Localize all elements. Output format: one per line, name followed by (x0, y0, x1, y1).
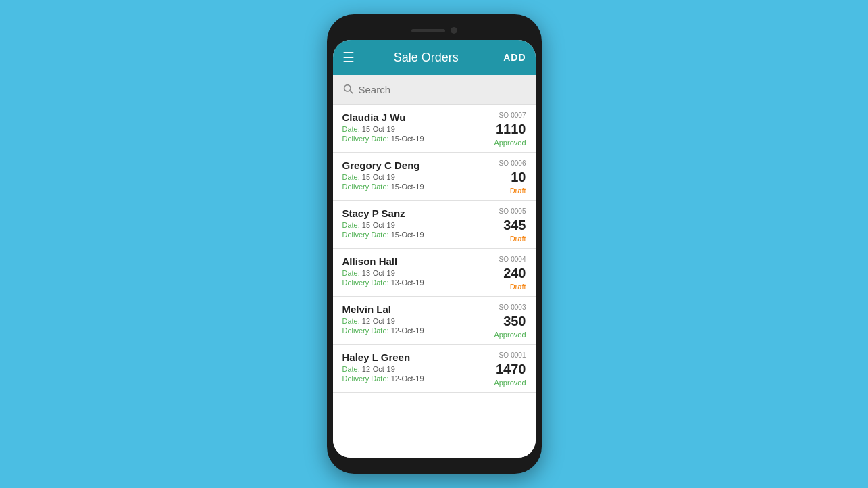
order-amount: 10 (511, 170, 526, 185)
order-left: Stacy P Sanz Date: 15-Oct-19 Delivery Da… (342, 208, 479, 239)
date-value: 13-Oct-19 (362, 269, 395, 277)
speaker (411, 29, 445, 32)
delivery-label: Delivery Date: (342, 135, 389, 143)
header-title: Sale Orders (349, 51, 504, 65)
order-right: SO-0001 1470 Approved (479, 351, 526, 387)
order-right: SO-0006 10 Draft (479, 160, 526, 195)
order-item[interactable]: Claudia J Wu Date: 15-Oct-19 Delivery Da… (333, 105, 536, 153)
svg-line-1 (350, 91, 353, 93)
order-date-row: Date: 15-Oct-19 (342, 173, 479, 181)
order-right: SO-0005 345 Draft (479, 208, 526, 243)
date-label: Date: (342, 317, 360, 325)
order-date-row: Date: 12-Oct-19 (342, 317, 479, 325)
order-item[interactable]: Haley L Green Date: 12-Oct-19 Delivery D… (333, 345, 536, 393)
order-delivery-row: Delivery Date: 15-Oct-19 (342, 230, 479, 239)
delivery-label: Delivery Date: (342, 374, 389, 383)
delivery-value: 12-Oct-19 (391, 374, 424, 383)
order-amount: 1470 (496, 362, 526, 377)
delivery-label: Delivery Date: (342, 182, 389, 191)
date-value: 15-Oct-19 (362, 221, 395, 229)
delivery-value: 12-Oct-19 (391, 326, 424, 335)
order-amount: 345 (503, 218, 526, 233)
order-delivery-row: Delivery Date: 13-Oct-19 (342, 278, 479, 287)
order-date-row: Date: 15-Oct-19 (342, 125, 479, 133)
order-amount: 240 (503, 266, 526, 281)
app-header: ☰ Sale Orders ADD (333, 40, 536, 75)
order-status: Draft (510, 283, 526, 291)
date-label: Date: (342, 269, 360, 277)
date-label: Date: (342, 173, 360, 181)
order-id: SO-0005 (499, 208, 526, 215)
order-status: Approved (494, 139, 526, 147)
delivery-value: 15-Oct-19 (391, 182, 424, 191)
order-status: Approved (494, 331, 526, 339)
order-name: Gregory C Deng (342, 160, 479, 171)
search-input[interactable] (359, 84, 526, 95)
delivery-label: Delivery Date: (342, 326, 389, 335)
delivery-value: 15-Oct-19 (391, 135, 424, 143)
date-value: 15-Oct-19 (362, 173, 395, 181)
date-label: Date: (342, 365, 360, 373)
phone-screen: ☰ Sale Orders ADD Claudia J Wu Date: 15-… (333, 40, 536, 458)
delivery-value: 15-Oct-19 (391, 230, 424, 239)
search-icon (342, 83, 353, 97)
order-id: SO-0001 (499, 351, 526, 359)
camera (451, 27, 457, 34)
order-date-row: Date: 12-Oct-19 (342, 365, 479, 373)
order-right: SO-0007 1110 Approved (479, 112, 526, 147)
order-status: Draft (510, 187, 526, 195)
order-name: Stacy P Sanz (342, 208, 479, 219)
order-delivery-row: Delivery Date: 15-Oct-19 (342, 182, 479, 191)
delivery-label: Delivery Date: (342, 230, 389, 239)
order-id: SO-0006 (499, 160, 526, 167)
order-status: Draft (510, 235, 526, 243)
phone-notch-bar (332, 24, 536, 37)
date-label: Date: (342, 221, 360, 229)
order-delivery-row: Delivery Date: 12-Oct-19 (342, 326, 479, 335)
order-item[interactable]: Stacy P Sanz Date: 15-Oct-19 Delivery Da… (333, 201, 536, 249)
order-left: Haley L Green Date: 12-Oct-19 Delivery D… (342, 351, 479, 383)
order-right: SO-0003 350 Approved (479, 303, 526, 339)
order-left: Melvin Lal Date: 12-Oct-19 Delivery Date… (342, 303, 479, 335)
order-date-row: Date: 15-Oct-19 (342, 221, 479, 229)
order-status: Approved (494, 379, 526, 387)
order-amount: 350 (503, 314, 526, 329)
order-left: Gregory C Deng Date: 15-Oct-19 Delivery … (342, 160, 479, 191)
order-name: Claudia J Wu (342, 112, 479, 123)
order-id: SO-0004 (499, 255, 526, 263)
date-value: 15-Oct-19 (362, 125, 395, 133)
order-left: Allison Hall Date: 13-Oct-19 Delivery Da… (342, 255, 479, 287)
order-item[interactable]: Gregory C Deng Date: 15-Oct-19 Delivery … (333, 153, 536, 201)
order-name: Allison Hall (342, 255, 479, 267)
search-bar (333, 75, 536, 105)
delivery-value: 13-Oct-19 (391, 278, 424, 287)
order-item[interactable]: Allison Hall Date: 13-Oct-19 Delivery Da… (333, 249, 536, 297)
order-name: Haley L Green (342, 351, 479, 363)
phone-outer: ☰ Sale Orders ADD Claudia J Wu Date: 15-… (327, 14, 542, 474)
delivery-label: Delivery Date: (342, 278, 389, 287)
order-list: Claudia J Wu Date: 15-Oct-19 Delivery Da… (333, 105, 536, 458)
order-left: Claudia J Wu Date: 15-Oct-19 Delivery Da… (342, 112, 479, 143)
order-id: SO-0007 (499, 112, 526, 119)
date-value: 12-Oct-19 (362, 317, 395, 325)
order-id: SO-0003 (499, 303, 526, 311)
date-value: 12-Oct-19 (362, 365, 395, 373)
order-name: Melvin Lal (342, 303, 479, 315)
order-item[interactable]: Melvin Lal Date: 12-Oct-19 Delivery Date… (333, 297, 536, 345)
order-date-row: Date: 13-Oct-19 (342, 269, 479, 277)
order-right: SO-0004 240 Draft (479, 255, 526, 291)
order-amount: 1110 (496, 122, 526, 137)
date-label: Date: (342, 125, 360, 133)
order-delivery-row: Delivery Date: 15-Oct-19 (342, 135, 479, 143)
order-delivery-row: Delivery Date: 12-Oct-19 (342, 374, 479, 383)
add-button[interactable]: ADD (503, 52, 526, 63)
